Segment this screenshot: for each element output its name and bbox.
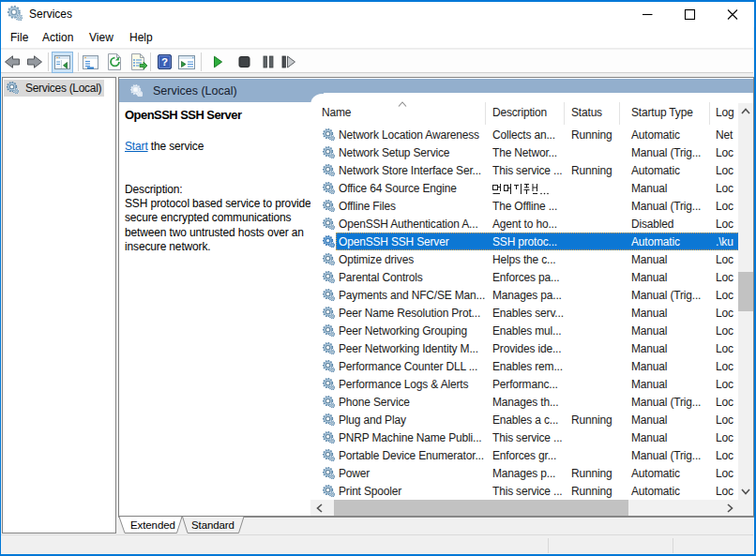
svg-text:?: ? [161, 56, 168, 68]
